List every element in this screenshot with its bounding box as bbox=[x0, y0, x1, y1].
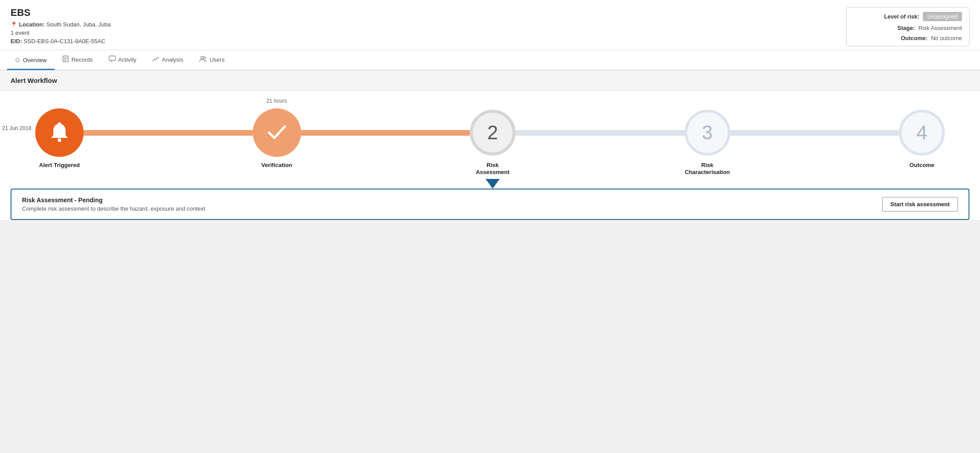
tab-analysis[interactable]: Analysis bbox=[144, 51, 191, 70]
overview-icon: ⊙ bbox=[15, 56, 20, 63]
tab-activity-label: Activity bbox=[118, 56, 136, 63]
stage-label: Stage: bbox=[897, 25, 915, 31]
location-value: South Sudan, Juba, Juba bbox=[47, 21, 111, 28]
pending-box: Risk Assessment - Pending Complete risk … bbox=[11, 189, 969, 220]
connector-4 bbox=[730, 130, 899, 136]
label-risk-characterisation: RiskCharacterisation bbox=[685, 161, 730, 175]
step-alert-triggered: 21 Jun 2018 bbox=[35, 108, 84, 157]
eid-label: EID: bbox=[11, 38, 22, 45]
outcome-row: Outcome: No outcome bbox=[854, 35, 962, 41]
tab-users[interactable]: Users bbox=[191, 51, 232, 70]
location-label: Location: bbox=[19, 21, 45, 28]
outcome-label: Outcome: bbox=[901, 35, 928, 41]
stage-value: Risk Assessment bbox=[918, 25, 962, 31]
workflow-section: Alert Workflow 21 Jun 2018 bbox=[0, 70, 980, 220]
event-count: 1 event bbox=[11, 30, 969, 36]
risk-level-label: Level of risk: bbox=[884, 13, 919, 20]
step-number-3: 3 bbox=[702, 122, 712, 144]
label-risk-assessment: RiskAssessment bbox=[470, 161, 516, 175]
activity-icon bbox=[109, 56, 116, 63]
tab-activity[interactable]: Activity bbox=[101, 50, 144, 70]
records-icon bbox=[63, 56, 69, 63]
page-title: EBS bbox=[11, 7, 969, 19]
label-outcome: Outcome bbox=[899, 161, 945, 168]
connector-label: 21 hours bbox=[209, 98, 345, 104]
alert-triggered-circle bbox=[35, 108, 84, 157]
tab-overview[interactable]: ⊙ Overview bbox=[7, 51, 55, 70]
check-icon bbox=[267, 125, 287, 141]
workflow-header: Alert Workflow bbox=[0, 71, 980, 91]
risk-char-circle: 3 bbox=[685, 110, 730, 156]
arrow-container bbox=[0, 175, 980, 189]
tab-users-label: Users bbox=[210, 56, 225, 63]
tab-overview-label: Overview bbox=[23, 57, 47, 63]
connector-2 bbox=[301, 130, 470, 136]
pending-title: Risk Assessment - Pending bbox=[22, 197, 882, 204]
step-number-2: 2 bbox=[487, 122, 498, 144]
users-icon bbox=[199, 56, 207, 63]
step-verification: 21 hours bbox=[253, 108, 301, 157]
eid-value: SSD-EBS-0A-C131-8A0E-55AC bbox=[24, 38, 106, 45]
label-verification: Verification bbox=[253, 161, 301, 168]
svg-rect-7 bbox=[58, 123, 61, 125]
arrow-down-icon bbox=[486, 179, 500, 189]
workflow-diagram: 21 Jun 2018 21 ho bbox=[0, 91, 980, 189]
outcome-value: No outcome bbox=[931, 35, 962, 41]
svg-point-4 bbox=[201, 56, 203, 59]
step-labels-row: Alert Triggered Verification RiskAssessm… bbox=[0, 157, 980, 175]
outcome-circle: 4 bbox=[899, 110, 945, 156]
risk-assessment-circle: 2 bbox=[470, 110, 516, 156]
pending-text-block: Risk Assessment - Pending Complete risk … bbox=[22, 197, 882, 212]
stage-row: Stage: Risk Assessment bbox=[854, 25, 962, 31]
header-eid: EID: SSD-EBS-0A-C131-8A0E-55AC bbox=[11, 38, 969, 45]
step-outcome: 4 bbox=[899, 110, 945, 156]
tab-records-label: Records bbox=[71, 56, 92, 63]
svg-point-6 bbox=[58, 138, 61, 142]
bell-icon bbox=[48, 121, 70, 144]
page-header: EBS 📍 Location: South Sudan, Juba, Juba … bbox=[0, 0, 980, 50]
connector-1 bbox=[84, 130, 253, 136]
analysis-icon bbox=[152, 56, 159, 63]
risk-panel: Level of risk: Unassigned Stage: Risk As… bbox=[846, 7, 969, 46]
risk-level-row: Level of risk: Unassigned bbox=[854, 12, 962, 21]
connector-3 bbox=[516, 130, 685, 136]
step-risk-assessment: 2 bbox=[470, 110, 516, 156]
location-icon: 📍 bbox=[11, 22, 17, 28]
start-risk-assessment-button[interactable]: Start risk assessment bbox=[882, 197, 958, 212]
header-location: 📍 Location: South Sudan, Juba, Juba bbox=[11, 21, 969, 28]
tab-analysis-label: Analysis bbox=[162, 56, 183, 63]
svg-point-5 bbox=[204, 57, 206, 59]
tabs-bar: ⊙ Overview Records Activity Analysis bbox=[0, 50, 980, 70]
step-number-4: 4 bbox=[917, 122, 927, 144]
tab-records[interactable]: Records bbox=[55, 50, 100, 70]
step-risk-characterisation: 3 bbox=[685, 110, 730, 156]
label-alert-triggered: Alert Triggered bbox=[35, 161, 84, 168]
pending-description: Complete risk assessment to describe the… bbox=[22, 205, 882, 212]
step-date: 21 Jun 2018 bbox=[2, 125, 31, 131]
verification-circle bbox=[253, 108, 301, 157]
main-content: Alert Workflow 21 Jun 2018 bbox=[0, 70, 980, 220]
risk-level-value: Unassigned bbox=[923, 12, 962, 21]
